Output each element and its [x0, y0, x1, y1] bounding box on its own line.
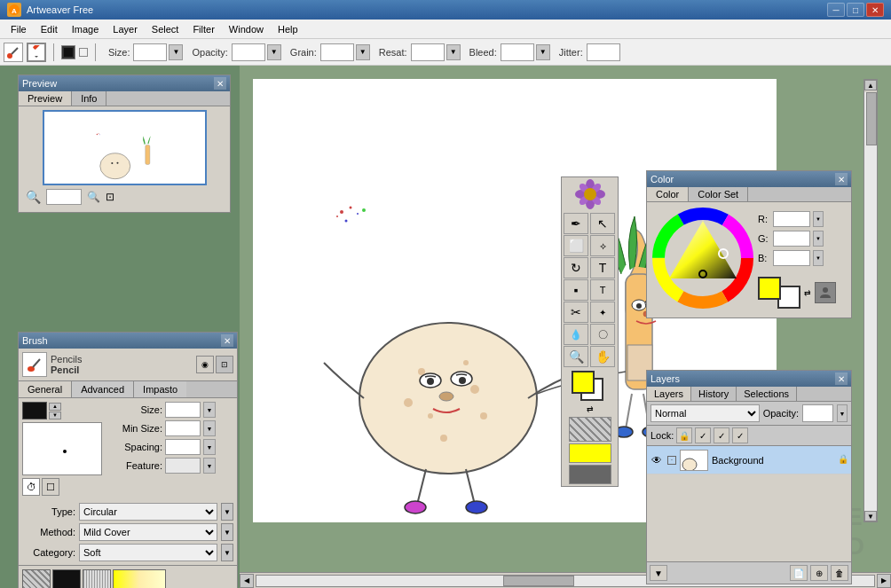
vertical-scrollbar[interactable]: ▲ ▼ [863, 79, 878, 522]
r-arrow[interactable]: ▼ [813, 211, 824, 227]
bleed-input[interactable]: 0 [501, 43, 534, 61]
brush-feature-input[interactable]: 1 [165, 458, 201, 474]
swap-icon[interactable]: ⇄ [804, 288, 811, 297]
size-arrow[interactable]: ▼ [169, 44, 183, 60]
layer-delete-btn[interactable]: 🗑 [831, 565, 848, 581]
tab-color[interactable]: Color [647, 187, 689, 201]
zoom-out-icon[interactable]: 🔍 [26, 190, 41, 204]
lock-btn-1[interactable]: 🔒 [676, 427, 692, 443]
brush-size-arrow[interactable]: ▼ [203, 402, 216, 418]
tool-lasso[interactable]: ⟡ [590, 235, 615, 256]
swatch-texture-1[interactable] [22, 569, 51, 588]
opacity-input[interactable]: 100 [232, 43, 265, 61]
swatch-black[interactable] [52, 569, 81, 588]
g-arrow[interactable]: ▼ [813, 231, 824, 247]
layer-new-btn[interactable]: 📄 [790, 565, 808, 581]
brush-color-swatch[interactable] [22, 402, 47, 419]
layer-eye-icon[interactable]: 👁 [650, 453, 664, 467]
tab-selections[interactable]: Selections [737, 387, 797, 401]
method-arrow[interactable]: ▼ [221, 523, 233, 541]
grain-input[interactable]: 100 [320, 43, 354, 61]
grain-arrow[interactable]: ▼ [356, 44, 370, 60]
menu-select[interactable]: Select [145, 22, 186, 36]
preview-close-button[interactable]: ✕ [214, 77, 226, 90]
opacity-input[interactable]: 100 [802, 404, 833, 422]
scroll-thumb[interactable] [866, 92, 877, 145]
tab-color-set[interactable]: Color Set [689, 187, 748, 201]
menu-window[interactable]: Window [222, 22, 271, 36]
maximize-button[interactable]: □ [847, 3, 864, 17]
menu-layer[interactable]: Layer [106, 22, 145, 36]
scroll-right-btn[interactable]: ▶ [877, 574, 891, 588]
tab-history[interactable]: History [691, 387, 737, 401]
tool-type[interactable]: T [590, 279, 615, 301]
menu-file[interactable]: File [4, 22, 34, 36]
menu-image[interactable]: Image [65, 22, 106, 36]
tool-text[interactable]: T [590, 257, 615, 278]
swatch-yellow[interactable] [113, 569, 166, 588]
opacity-arrow[interactable]: ▼ [267, 44, 281, 60]
lock-btn-3[interactable]: ✓ [714, 427, 729, 443]
pencil-tool-icon[interactable] [27, 43, 46, 62]
brush-min-size-arrow[interactable]: ▼ [203, 420, 216, 436]
grain-spinbox[interactable]: 100 ▼ [320, 43, 370, 61]
fg-swatch[interactable] [758, 277, 781, 300]
layer-move-down-btn[interactable]: ▼ [650, 565, 667, 581]
tab-advanced[interactable]: Advanced [72, 381, 134, 397]
b-input[interactable]: 0 [773, 250, 810, 266]
brush-type-btn-1[interactable]: ◉ [196, 356, 214, 373]
size-input[interactable]: 2 [133, 43, 167, 61]
resat-arrow[interactable]: ▼ [446, 44, 461, 60]
r-input[interactable]: 249 [773, 211, 810, 227]
tab-info[interactable]: Info [72, 91, 106, 106]
tool-pen[interactable]: ✒ [564, 213, 588, 234]
category-arrow[interactable]: ▼ [221, 544, 233, 561]
layer-duplicate-btn[interactable]: ⊕ [810, 565, 828, 581]
close-button[interactable]: ✕ [866, 3, 884, 17]
opacity-arrow[interactable]: ▼ [837, 404, 848, 422]
brush-close-button[interactable]: ✕ [221, 334, 233, 347]
timer-icon-1[interactable]: ⏱ [22, 478, 40, 496]
b-arrow[interactable]: ▼ [813, 250, 824, 266]
menu-help[interactable]: Help [271, 22, 305, 36]
scroll-up-button[interactable]: ▲ [864, 80, 877, 90]
color-wheel[interactable] [652, 208, 754, 310]
opacity-spinbox[interactable]: 100 ▼ [232, 43, 281, 61]
tool-effects[interactable]: ✦ [590, 302, 615, 323]
minimize-button[interactable]: ─ [827, 3, 845, 17]
user-icon[interactable] [815, 282, 836, 303]
brush-type-btn-2[interactable]: ⊡ [216, 356, 233, 373]
tab-impasto[interactable]: Impasto [134, 381, 186, 397]
menu-filter[interactable]: Filter [185, 22, 221, 36]
tool-rotate[interactable]: ↻ [564, 257, 588, 278]
color-swatch[interactable] [61, 45, 75, 59]
jitter-input[interactable]: 0 [587, 43, 620, 61]
zoom-in-icon[interactable]: 🔍 [87, 191, 100, 203]
brush-spacing-arrow[interactable]: ▼ [203, 439, 216, 455]
type-arrow[interactable]: ▼ [221, 503, 233, 521]
tool-smudge[interactable]: 〇 [590, 324, 615, 345]
timer-icon-2[interactable]: ☐ [42, 478, 59, 496]
zoom-fit-icon[interactable]: ⊡ [106, 191, 114, 203]
h-scroll-thumb[interactable] [503, 576, 574, 586]
tool-bucket[interactable]: ▪ [564, 279, 588, 301]
color-close-button[interactable]: ✕ [835, 173, 848, 185]
lock-btn-2[interactable]: ✓ [695, 427, 711, 443]
brush-size-input[interactable]: 2 [165, 402, 201, 418]
bleed-arrow[interactable]: ▼ [536, 44, 550, 60]
tool-hand[interactable]: ✋ [590, 346, 615, 367]
tool-eyedrop[interactable]: 💧 [564, 324, 588, 345]
brush-category-select[interactable]: Soft [79, 544, 217, 561]
bleed-spinbox[interactable]: 0 ▼ [501, 43, 550, 61]
brush-min-size-input[interactable]: 50 [165, 420, 201, 436]
brush-type-select[interactable]: Circular [79, 503, 217, 521]
color-up-arrow[interactable]: ▲ [49, 403, 61, 411]
scroll-left-btn[interactable]: ◀ [240, 574, 254, 588]
tool-zoom[interactable]: 🔍 [564, 346, 588, 367]
brush-spacing-input[interactable]: 20 [165, 439, 201, 455]
tool-stamp[interactable]: ✂ [564, 302, 588, 323]
tab-general[interactable]: General [19, 381, 72, 397]
size-spinbox[interactable]: 2 ▼ [133, 43, 183, 61]
layers-close-button[interactable]: ✕ [835, 372, 848, 385]
brush-tool-icon[interactable] [4, 43, 23, 62]
